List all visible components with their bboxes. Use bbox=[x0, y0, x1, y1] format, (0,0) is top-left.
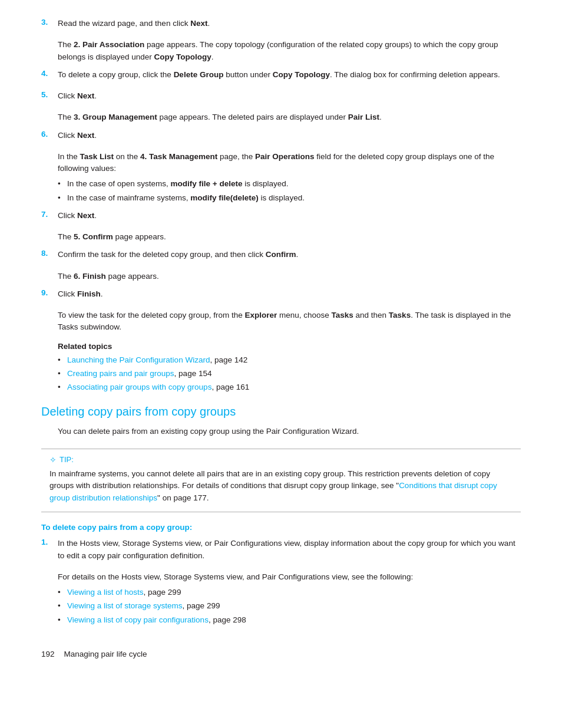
step-9-content: Click Finish. bbox=[58, 288, 521, 304]
new-step-1-sub-text: For details on the Hosts view, Storage S… bbox=[58, 571, 521, 583]
related-topic-item: Creating pairs and pair groups, page 154 bbox=[58, 368, 521, 380]
new-step-1-sub: For details on the Hosts view, Storage S… bbox=[58, 571, 521, 626]
related-topics-title: Related topics bbox=[58, 342, 521, 351]
footer-text: Managing pair life cycle bbox=[64, 650, 147, 658]
related-link-2[interactable]: Creating pairs and pair groups bbox=[67, 369, 174, 378]
step-9-sub-text: To view the task for the deleted copy gr… bbox=[58, 309, 521, 334]
step-4-text: To delete a copy group, click the Delete… bbox=[58, 69, 521, 81]
tip-link[interactable]: Conditions that disrupt copy group distr… bbox=[49, 481, 497, 502]
related-topics: Related topics Launching the Pair Config… bbox=[58, 342, 521, 394]
tip-text: In mainframe systems, you cannot delete … bbox=[49, 468, 513, 505]
step-3-sub: The 2. Pair Association page appears. Th… bbox=[58, 39, 521, 63]
new-step-1-text: In the Hosts view, Storage Systems view,… bbox=[58, 538, 521, 562]
step-8: 8. Confirm the task for the deleted copy… bbox=[41, 249, 521, 264]
page-content: 3. Read the wizard page, and then click … bbox=[0, 0, 562, 682]
bullet-item: Viewing a list of storage systems, page … bbox=[58, 600, 521, 612]
tip-box: ✧ TIP: In mainframe systems, you cannot … bbox=[41, 449, 521, 513]
section-heading: Deleting copy pairs from copy groups bbox=[41, 405, 521, 419]
step1-link-2[interactable]: Viewing a list of storage systems bbox=[67, 601, 183, 610]
step-4: 4. To delete a copy group, click the Del… bbox=[41, 69, 521, 84]
bulb-icon: ✧ bbox=[49, 455, 57, 465]
step-6-bullets: In the case of open systems, modify file… bbox=[58, 178, 521, 204]
step-9: 9. Click Finish. bbox=[41, 288, 521, 304]
step-6: 6. Click Next. bbox=[41, 130, 521, 145]
bullet-item: In the case of open systems, modify file… bbox=[58, 178, 521, 190]
step-5-sub-text: The 3. Group Management page appears. Th… bbox=[58, 111, 521, 123]
step1-link-1-page: , page 299 bbox=[144, 588, 181, 597]
step-5: 5. Click Next. bbox=[41, 90, 521, 106]
related-link-2-page: , page 154 bbox=[174, 369, 212, 378]
related-link-3[interactable]: Associating pair groups with copy groups bbox=[67, 383, 211, 391]
step-5-text: Click Next. bbox=[58, 90, 521, 102]
step-6-content: Click Next. bbox=[58, 130, 521, 145]
step-6-sub-text: In the Task List on the 4. Task Manageme… bbox=[58, 151, 521, 175]
step-7-text: Click Next. bbox=[58, 210, 521, 222]
step-7: 7. Click Next. bbox=[41, 210, 521, 225]
step-7-sub: The 5. Confirm page appears. bbox=[58, 231, 521, 243]
new-step-1-number: 1. bbox=[41, 538, 58, 546]
bullet-item: Viewing a list of hosts, page 299 bbox=[58, 587, 521, 598]
footer-page-number: 192 bbox=[41, 650, 55, 658]
step-8-sub: The 6. Finish page appears. bbox=[58, 271, 521, 282]
step-8-sub-text: The 6. Finish page appears. bbox=[58, 271, 521, 282]
step-3-content: Read the wizard page, and then click Nex… bbox=[58, 18, 521, 33]
related-link-1-page: , page 142 bbox=[210, 355, 247, 364]
related-topic-item: Associating pair groups with copy groups… bbox=[58, 381, 521, 393]
step1-link-2-page: , page 299 bbox=[183, 601, 220, 610]
step-6-text: Click Next. bbox=[58, 130, 521, 141]
step-3: 3. Read the wizard page, and then click … bbox=[41, 18, 521, 33]
step-8-number: 8. bbox=[41, 249, 58, 258]
tip-label: ✧ TIP: bbox=[49, 455, 513, 465]
step-9-number: 9. bbox=[41, 288, 58, 297]
step-8-content: Confirm the task for the deleted copy gr… bbox=[58, 249, 521, 264]
step-7-number: 7. bbox=[41, 210, 58, 219]
new-step-1-content: In the Hosts view, Storage Systems view,… bbox=[58, 538, 521, 565]
new-step-1: 1. In the Hosts view, Storage Systems vi… bbox=[41, 538, 521, 565]
subsection-heading: To delete copy pairs from a copy group: bbox=[41, 523, 521, 532]
step1-link-3[interactable]: Viewing a list of copy pair configuratio… bbox=[67, 615, 209, 624]
step-3-sub-text: The 2. Pair Association page appears. Th… bbox=[58, 39, 521, 63]
step-4-number: 4. bbox=[41, 69, 58, 78]
section-intro: You can delete pairs from an existing co… bbox=[58, 426, 521, 437]
footer: 192 Managing pair life cycle bbox=[41, 650, 521, 658]
step-7-sub-text: The 5. Confirm page appears. bbox=[58, 231, 521, 243]
related-topics-list: Launching the Pair Configuration Wizard,… bbox=[58, 354, 521, 394]
related-link-1[interactable]: Launching the Pair Configuration Wizard bbox=[67, 355, 210, 364]
step1-link-1[interactable]: Viewing a list of hosts bbox=[67, 588, 144, 597]
bullet-item: In the case of mainframe systems, modify… bbox=[58, 192, 521, 204]
related-topic-item: Launching the Pair Configuration Wizard,… bbox=[58, 354, 521, 366]
step-7-content: Click Next. bbox=[58, 210, 521, 225]
step-8-text: Confirm the task for the deleted copy gr… bbox=[58, 249, 521, 261]
step-5-number: 5. bbox=[41, 90, 58, 99]
step1-link-3-page: , page 298 bbox=[209, 615, 246, 624]
tip-label-text: TIP: bbox=[59, 455, 74, 464]
related-link-3-page: , page 161 bbox=[211, 383, 249, 391]
bullet-item: Viewing a list of copy pair configuratio… bbox=[58, 614, 521, 626]
step-5-sub: The 3. Group Management page appears. Th… bbox=[58, 111, 521, 123]
step-9-sub: To view the task for the deleted copy gr… bbox=[58, 309, 521, 334]
step-6-number: 6. bbox=[41, 130, 58, 139]
step-9-text: Click Finish. bbox=[58, 288, 521, 300]
step-4-content: To delete a copy group, click the Delete… bbox=[58, 69, 521, 84]
new-step-1-bullets: Viewing a list of hosts, page 299 Viewin… bbox=[58, 587, 521, 626]
step-3-text: Read the wizard page, and then click Nex… bbox=[58, 18, 521, 29]
step-3-number: 3. bbox=[41, 18, 58, 27]
step-5-content: Click Next. bbox=[58, 90, 521, 106]
step-6-sub: In the Task List on the 4. Task Manageme… bbox=[58, 151, 521, 204]
